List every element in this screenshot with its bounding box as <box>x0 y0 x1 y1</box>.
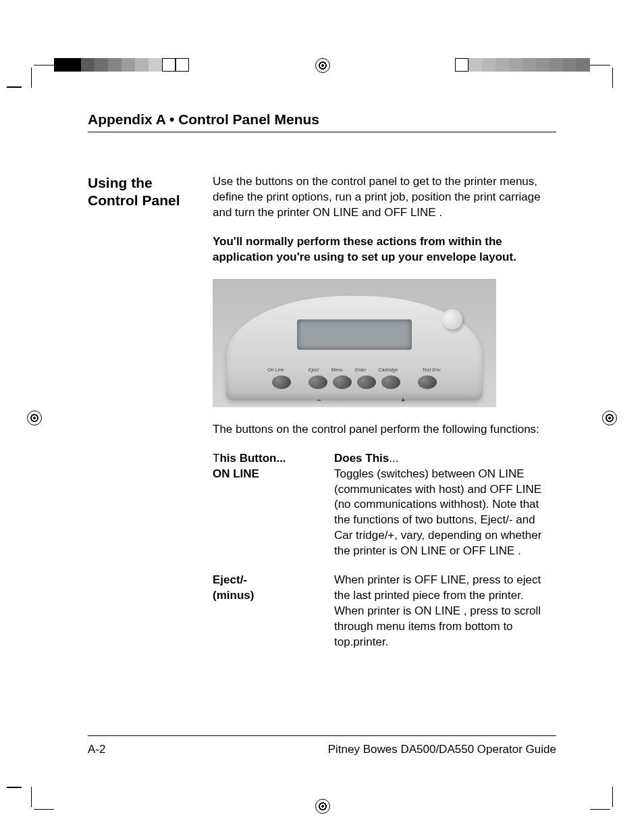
panel-button-icon <box>333 375 352 389</box>
body-columns: Using the Control Panel Use the buttons … <box>88 174 556 664</box>
label-cartridge: Cartridge <box>379 367 398 373</box>
section-title: Using the Control Panel <box>88 174 199 210</box>
crop-mark-icon <box>591 788 625 822</box>
table-button-name: Eject/- (minus) <box>213 573 327 664</box>
panel-button-row <box>226 375 483 389</box>
guide-title: Pitney Bowes DA500/DA550 Operator Guide <box>328 743 556 756</box>
panel-body-shape: On Line Eject Menu Enter Cartridge Test … <box>226 296 483 400</box>
panel-button-icon <box>308 375 327 389</box>
content-area: Appendix A • Control Panel Menus Using t… <box>88 111 556 760</box>
registration-target-icon <box>27 411 42 425</box>
side-column: Using the Control Panel <box>88 174 199 664</box>
crop-mark-icon <box>19 788 53 822</box>
main-column: Use the buttons on the control panel to … <box>213 174 556 664</box>
registration-target-icon <box>315 799 330 814</box>
table-button-desc: When printer is OFF LINE, press to eject… <box>334 573 556 650</box>
label-plus: + <box>401 396 405 405</box>
table-header-left: This Button... <box>213 451 327 467</box>
crop-mark-icon <box>591 53 625 86</box>
panel-button-icon <box>272 375 291 389</box>
note-paragraph: You'll normally perform these actions fr… <box>213 234 556 265</box>
panel-button-icon <box>381 375 400 389</box>
panel-button-icon <box>418 375 437 389</box>
table-button-desc: Toggles (switches) between ON LINE (comm… <box>334 467 556 560</box>
label-minus: – <box>317 396 321 405</box>
registration-target-icon <box>315 58 330 73</box>
page-number: A-2 <box>88 743 105 756</box>
button-function-table: This Button... Does This... ON LINE Togg… <box>213 451 556 664</box>
appendix-title: Appendix A • Control Panel Menus <box>88 111 556 132</box>
label-testenv: Test Env. <box>422 367 441 373</box>
lcd-screen-icon <box>297 319 412 350</box>
intro-paragraph: Use the buttons on the control panel to … <box>213 174 556 221</box>
panel-label-row: On Line Eject Menu Enter Cartridge Test … <box>226 367 483 373</box>
registration-bar-icon <box>455 58 590 72</box>
label-eject: Eject <box>308 367 319 373</box>
panel-button-icon <box>357 375 376 389</box>
after-photo-paragraph: The buttons on the control panel perform… <box>213 422 556 438</box>
crop-mark-icon <box>19 53 53 86</box>
label-menu: Menu <box>331 367 343 373</box>
page: Appendix A • Control Panel Menus Using t… <box>0 0 644 834</box>
table-header-right: Does This... <box>334 451 556 467</box>
registration-bar-icon <box>54 58 189 72</box>
control-panel-illustration: On Line Eject Menu Enter Cartridge Test … <box>213 279 496 407</box>
label-online: On Line <box>267 367 284 373</box>
page-footer: A-2 Pitney Bowes DA500/DA550 Operator Gu… <box>88 735 556 756</box>
label-enter: Enter <box>355 367 367 373</box>
registration-target-icon <box>602 411 617 425</box>
table-button-name: ON LINE <box>213 467 327 573</box>
knob-icon <box>442 309 462 330</box>
